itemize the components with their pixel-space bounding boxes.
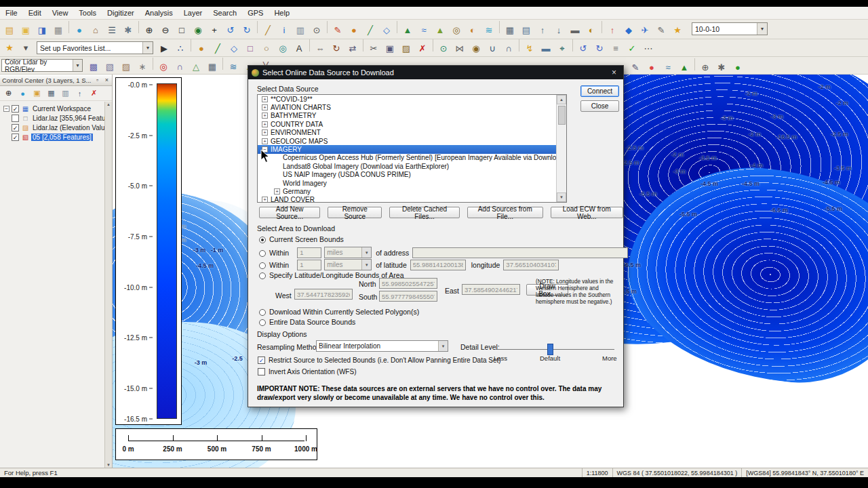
data-source-row[interactable]: Copernicus Open Access Hub (Formerly Sen… (258, 154, 566, 162)
data-source-row[interactable]: US NAIP Imagery (USDA CONUS PRIME) (258, 171, 566, 179)
digitizer-icon[interactable]: ✎ (330, 23, 345, 37)
chevron-down-icon[interactable]: ▾ (73, 60, 82, 71)
menu-layer[interactable]: Layer (178, 7, 208, 18)
move-up-icon[interactable]: ↑ (73, 87, 86, 100)
stream-icon[interactable]: ≈ (660, 60, 675, 75)
radio-within-latlon[interactable]: Within miles▾ of latitude longitude (259, 259, 559, 270)
select-cursor-icon[interactable]: ▶ (157, 41, 172, 56)
radio-within-address[interactable]: Within miles▾ of address (259, 247, 628, 258)
north-input[interactable] (379, 278, 437, 289)
globe-icon[interactable]: ● (16, 87, 29, 100)
more-options-icon[interactable]: ⋯ (641, 41, 656, 56)
radio-icon[interactable] (259, 272, 266, 279)
lidar-range-combobox[interactable]: 10-0-10 ▾ (692, 22, 768, 35)
data-source-label[interactable]: GEOLOGIC MAPS (271, 138, 328, 145)
draw-area-icon[interactable]: ◇ (226, 41, 241, 56)
watershed-icon[interactable]: ≋ (481, 23, 496, 37)
tree-expander-icon[interactable]: + (274, 188, 280, 195)
units-combobox[interactable]: miles▾ (324, 259, 372, 270)
scroll-thumb[interactable] (558, 106, 566, 125)
dialog-close-button[interactable]: × (608, 68, 620, 77)
poi-icon[interactable]: ● (644, 60, 659, 75)
tree-expander-icon[interactable]: − (3, 106, 9, 112)
rotate-feature-icon[interactable]: ↻ (329, 41, 344, 56)
data-source-row[interactable]: +COUNTRY DATA (258, 120, 566, 128)
menu-analysis[interactable]: Analysis (140, 7, 178, 18)
lidar-filter-icon[interactable]: ▧ (102, 60, 117, 74)
chevron-down-icon[interactable]: ▾ (361, 247, 371, 258)
full-extent-icon[interactable]: ◉ (191, 23, 205, 37)
zoom-out-icon[interactable]: ⊖ (158, 23, 173, 37)
favorites-combobox[interactable]: Set up Favorites List... ▾ (37, 41, 153, 54)
workspace-icon[interactable]: ⌂ (88, 23, 103, 37)
tree-expander-icon[interactable]: + (262, 121, 268, 127)
data-source-list[interactable]: +**COVID-19**+AVIATION CHARTS+BATHYMETRY… (257, 94, 567, 203)
feature-info-icon[interactable]: i (277, 23, 292, 37)
radio-entire-bounds[interactable]: Entire Data Source Bounds (259, 318, 355, 326)
range-rings-icon[interactable]: ◎ (275, 41, 290, 56)
data-source-row[interactable]: +GEOLOGIC MAPS (258, 137, 566, 145)
scale-feature-icon[interactable]: ⇄ (345, 41, 360, 56)
checkbox-icon[interactable]: ✓ (258, 357, 265, 364)
zoom-to-layer-icon[interactable]: ⊕ (2, 87, 15, 100)
script-icon[interactable]: ✎ (654, 23, 669, 37)
south-input[interactable] (379, 291, 437, 302)
chevron-down-icon[interactable]: ▾ (438, 341, 448, 351)
radio-current-screen-bounds[interactable]: Current Screen Bounds (259, 235, 344, 243)
menu-edit[interactable]: Edit (23, 7, 47, 18)
lidar-profile-icon[interactable]: ∩ (172, 60, 187, 74)
scroll-down-icon[interactable]: ▼ (106, 463, 111, 467)
data-source-row[interactable]: Landsat8 Global Imagery (Download via Ea… (258, 162, 566, 170)
brightness-icon[interactable]: ◐ (584, 23, 599, 37)
select-target-icon[interactable]: ◎ (156, 60, 171, 74)
flatten-icon[interactable]: ▬ (538, 41, 553, 56)
zoom-box-icon[interactable]: □ (174, 23, 189, 37)
close-button[interactable]: Close (580, 100, 619, 112)
draw-point-icon[interactable]: ● (194, 41, 209, 56)
add-sources-from-file-button[interactable]: Add Sources from File... (467, 207, 543, 218)
load-ecw-from-web-button[interactable]: Load ECW from Web... (551, 207, 623, 218)
data-source-label[interactable]: Landsat8 Global Imagery (Download via Ea… (283, 163, 449, 170)
layer-table-icon[interactable]: ▦ (45, 87, 58, 100)
open-online-icon[interactable]: ● (72, 23, 87, 37)
favorite-add-icon[interactable]: ★ (2, 41, 17, 55)
within-distance-input[interactable] (297, 260, 321, 270)
radio-icon[interactable] (259, 250, 266, 257)
print-icon[interactable]: ▦ (51, 23, 66, 37)
intersect-icon[interactable]: ∩ (501, 41, 516, 56)
latitude-input[interactable] (410, 260, 466, 270)
menu-view[interactable]: View (47, 7, 74, 18)
longitude-input[interactable] (503, 260, 559, 270)
connect-button[interactable]: Connect (580, 85, 619, 97)
view-3d-icon[interactable]: ▲ (400, 23, 415, 37)
panel-close-button[interactable]: × (104, 77, 110, 83)
create-point-icon[interactable]: ● (347, 23, 361, 37)
terrain-shader-icon[interactable]: ▲ (433, 23, 448, 37)
attribute-edit-icon[interactable]: ≡ (608, 41, 623, 56)
contour-create-icon[interactable]: ≋ (226, 60, 241, 74)
checkbox-restrict-bounds[interactable]: ✓ Restrict Source to Selected Bounds (i.… (258, 357, 501, 364)
map-catalog-icon[interactable]: ▤ (519, 23, 534, 37)
lidar-color-mode-combobox[interactable]: Color Lidar by RGB/Elev ▾ (1, 59, 83, 72)
draw-rectangle-icon[interactable]: □ (243, 41, 258, 56)
tree-expander-icon[interactable]: + (262, 129, 268, 136)
layer-row[interactable]: −✓▦Current Workspace (1, 104, 111, 113)
data-source-row[interactable]: +AVIATION CHARTS (258, 103, 566, 111)
join-icon[interactable]: ⋈ (452, 41, 467, 56)
within-distance-input[interactable] (297, 247, 321, 258)
chevron-down-icon[interactable]: ▾ (757, 23, 767, 35)
lidar-noise-icon[interactable]: ∗ (135, 60, 150, 74)
detail-slider-track[interactable] (496, 349, 614, 350)
metadata-icon[interactable]: ▥ (59, 87, 72, 100)
import-icon[interactable]: ↓ (551, 23, 566, 37)
dialog-titlebar[interactable]: Select Online Data Source to Download × (248, 66, 623, 79)
data-source-label[interactable]: BATHYMETRY (271, 112, 316, 119)
favorite-menu-icon[interactable]: ▾ (18, 41, 33, 55)
delete-icon[interactable]: ✗ (415, 41, 430, 56)
draw-line-icon[interactable]: ╱ (210, 41, 225, 56)
undo-digitizer-icon[interactable]: ↺ (576, 41, 591, 56)
edit-vertices-icon[interactable]: ∴ (173, 41, 188, 56)
cut-icon[interactable]: ✂ (366, 41, 381, 56)
menu-search[interactable]: Search (208, 7, 242, 18)
units-combobox[interactable]: miles▾ (324, 247, 372, 258)
